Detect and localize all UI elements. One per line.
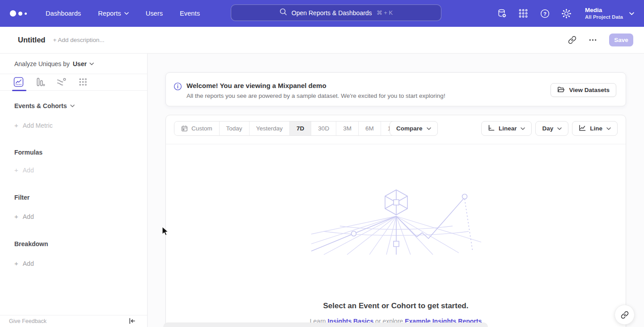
add-filter-button[interactable]: + Add bbox=[14, 213, 147, 220]
nav-users-label: Users bbox=[146, 10, 163, 17]
range-custom[interactable]: Custom bbox=[174, 122, 220, 135]
filter-section: Filter + Add bbox=[0, 194, 147, 220]
scale-dropdown[interactable]: Linear bbox=[481, 121, 532, 136]
logo-dot-small bbox=[25, 13, 27, 15]
range-30d[interactable]: 30D bbox=[311, 122, 336, 135]
calendar-icon bbox=[181, 125, 188, 132]
help-icon[interactable]: ? bbox=[539, 8, 550, 19]
axis-icon bbox=[488, 125, 495, 133]
view-datasets-label: View Datasets bbox=[569, 87, 610, 93]
chart-type-dropdown[interactable]: Line bbox=[572, 121, 618, 136]
formulas-section: Formulas + Add bbox=[0, 149, 147, 174]
range-label: 30D bbox=[318, 125, 329, 132]
copy-link-icon[interactable] bbox=[568, 36, 577, 45]
interval-label: Day bbox=[542, 125, 553, 132]
query-builder-sidebar: Analyze Uniques by User bbox=[0, 54, 148, 327]
info-icon bbox=[174, 82, 182, 92]
chevron-down-icon bbox=[606, 127, 611, 130]
chart-type-tab-bar[interactable] bbox=[35, 77, 46, 88]
plus-icon: + bbox=[14, 260, 18, 267]
search-shortcut: ⌘ + K bbox=[377, 9, 393, 16]
interval-dropdown[interactable]: Day bbox=[535, 121, 568, 136]
plus-icon: + bbox=[14, 122, 18, 129]
report-description-placeholder[interactable]: + Add description... bbox=[53, 37, 104, 43]
empty-state-title: Select an Event or Cohort to get started… bbox=[166, 302, 626, 310]
selected-tab-indicator bbox=[12, 90, 26, 91]
range-label: Today bbox=[226, 125, 242, 132]
plus-icon: + bbox=[14, 213, 18, 220]
top-nav-bar: Dashboards Reports Users Events Open Rep… bbox=[0, 0, 644, 27]
analyze-value: User bbox=[73, 60, 87, 67]
chart-type-tab-matrix[interactable] bbox=[78, 77, 89, 88]
add-breakdown-button[interactable]: + Add bbox=[14, 260, 147, 267]
add-metric-button[interactable]: + Add Metric bbox=[14, 122, 147, 129]
report-title[interactable]: Untitled bbox=[18, 36, 45, 44]
nav-events[interactable]: Events bbox=[180, 10, 200, 17]
project-switcher[interactable]: Media All Project Data bbox=[585, 6, 634, 21]
svg-text:?: ? bbox=[543, 11, 546, 16]
filter-header: Filter bbox=[14, 194, 147, 201]
chart-type-label: Line bbox=[590, 125, 602, 132]
compare-label: Compare bbox=[396, 125, 423, 132]
apps-grid-icon[interactable] bbox=[518, 8, 529, 19]
plus-icon: + bbox=[14, 166, 18, 174]
range-6m[interactable]: 6M bbox=[359, 122, 381, 135]
nav-dashboards[interactable]: Dashboards bbox=[46, 10, 81, 17]
main-content: Welcome! You are viewing a Mixpanel demo… bbox=[148, 54, 644, 327]
range-yesterday[interactable]: Yesterday bbox=[250, 122, 290, 135]
add-formula-button[interactable]: + Add bbox=[14, 166, 147, 174]
chevron-down-icon bbox=[124, 12, 129, 15]
compare-dropdown[interactable]: Compare bbox=[390, 121, 438, 136]
chevron-down-icon bbox=[629, 12, 634, 15]
range-label: 6M bbox=[365, 125, 374, 132]
chart-type-tab-flow[interactable] bbox=[56, 77, 67, 88]
breakdown-section: Breakdown + Add bbox=[0, 240, 147, 267]
report-toolbar: CustomTodayYesterday7D30D3M6M12M Compare… bbox=[166, 115, 626, 144]
formulas-label: Formulas bbox=[14, 149, 42, 156]
chart-type-tab-line[interactable] bbox=[13, 77, 24, 88]
range-3m[interactable]: 3M bbox=[336, 122, 359, 135]
add-formula-label: Add bbox=[23, 167, 34, 174]
chevron-down-icon bbox=[557, 127, 562, 130]
line-chart-icon bbox=[579, 125, 586, 133]
project-scope: All Project Data bbox=[585, 14, 623, 21]
chevron-down-icon bbox=[70, 105, 75, 107]
formulas-header: Formulas bbox=[14, 149, 147, 156]
scale-label: Linear bbox=[499, 125, 517, 132]
range-label: Yesterday bbox=[256, 125, 283, 132]
analyze-value-dropdown[interactable]: User bbox=[73, 60, 94, 67]
logo-dot-large bbox=[10, 10, 16, 17]
settings-gear-icon[interactable] bbox=[561, 8, 572, 19]
nav-right-group: ? Media All Project Data bbox=[496, 0, 634, 27]
range-label: 3M bbox=[343, 125, 352, 132]
mixpanel-logo[interactable] bbox=[10, 10, 30, 17]
analyze-label: Analyze Uniques by bbox=[14, 60, 70, 67]
nav-users[interactable]: Users bbox=[146, 10, 163, 17]
primary-nav: Dashboards Reports Users Events bbox=[46, 10, 200, 17]
chevron-down-icon bbox=[427, 127, 431, 130]
more-options-icon[interactable] bbox=[589, 36, 597, 45]
range-label: 7D bbox=[297, 125, 304, 132]
save-button[interactable]: Save bbox=[609, 34, 633, 46]
range-7d[interactable]: 7D bbox=[290, 122, 311, 135]
next-section-peek bbox=[163, 323, 488, 327]
analyze-uniques-row: Analyze Uniques by User bbox=[0, 54, 147, 74]
range-label: Custom bbox=[191, 125, 212, 132]
report-header-bar: Untitled + Add description... Save bbox=[0, 27, 644, 54]
banner-title: Welcome! You are viewing a Mixpanel demo bbox=[186, 82, 326, 89]
sidebar-footer: Give Feedback bbox=[0, 315, 147, 327]
events-cohorts-header[interactable]: Events & Cohorts bbox=[14, 102, 147, 109]
view-datasets-button[interactable]: View Datasets bbox=[551, 83, 616, 97]
chevron-down-icon bbox=[89, 63, 94, 65]
date-range-control: CustomTodayYesterday7D30D3M6M12M bbox=[174, 121, 407, 136]
folder-icon bbox=[557, 86, 565, 94]
filter-label: Filter bbox=[14, 194, 30, 201]
give-feedback-link[interactable]: Give Feedback bbox=[9, 318, 47, 324]
collapse-sidebar-icon[interactable] bbox=[128, 317, 136, 325]
nav-reports[interactable]: Reports bbox=[98, 10, 128, 17]
global-search-input[interactable]: Open Reports & Dashboards ⌘ + K bbox=[231, 4, 441, 21]
share-link-fab[interactable] bbox=[614, 305, 635, 325]
range-today[interactable]: Today bbox=[220, 122, 250, 135]
data-management-icon[interactable] bbox=[496, 8, 507, 19]
empty-state-illustration bbox=[311, 188, 481, 257]
